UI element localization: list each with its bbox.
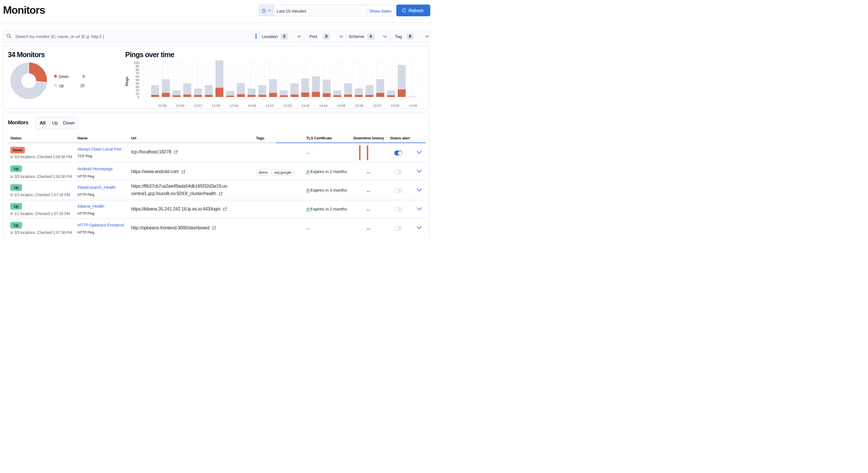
svg-text:13:09: 13:09	[408, 104, 417, 108]
svg-text:50: 50	[135, 78, 139, 82]
svg-text:12:56: 12:56	[176, 104, 184, 108]
svg-text:40: 40	[135, 82, 139, 85]
svg-text:0: 0	[137, 95, 139, 99]
svg-text:30: 30	[135, 85, 139, 89]
svg-text:70: 70	[135, 71, 139, 75]
svg-text:60: 60	[135, 75, 139, 78]
svg-text:12:55: 12:55	[158, 104, 167, 108]
svg-text:100: 100	[134, 61, 139, 65]
svg-text:13:00: 13:00	[248, 104, 256, 108]
svg-text:13:01: 13:01	[265, 104, 274, 108]
svg-text:12:57: 12:57	[194, 104, 203, 108]
svg-text:90: 90	[135, 65, 139, 68]
svg-text:12:58: 12:58	[212, 104, 220, 108]
svg-text:12:59: 12:59	[229, 104, 238, 108]
svg-text:13:08: 13:08	[391, 104, 399, 108]
svg-text:10: 10	[135, 92, 139, 95]
svg-text:20: 20	[135, 89, 139, 92]
svg-text:13:05: 13:05	[337, 104, 346, 108]
svg-text:80: 80	[135, 68, 139, 71]
svg-text:13:04: 13:04	[319, 104, 328, 108]
svg-text:13:07: 13:07	[373, 104, 381, 108]
svg-text:Pings: Pings	[125, 76, 129, 86]
svg-text:13:02: 13:02	[283, 104, 292, 108]
svg-text:13:06: 13:06	[355, 104, 363, 108]
svg-text:13:03: 13:03	[301, 104, 310, 108]
